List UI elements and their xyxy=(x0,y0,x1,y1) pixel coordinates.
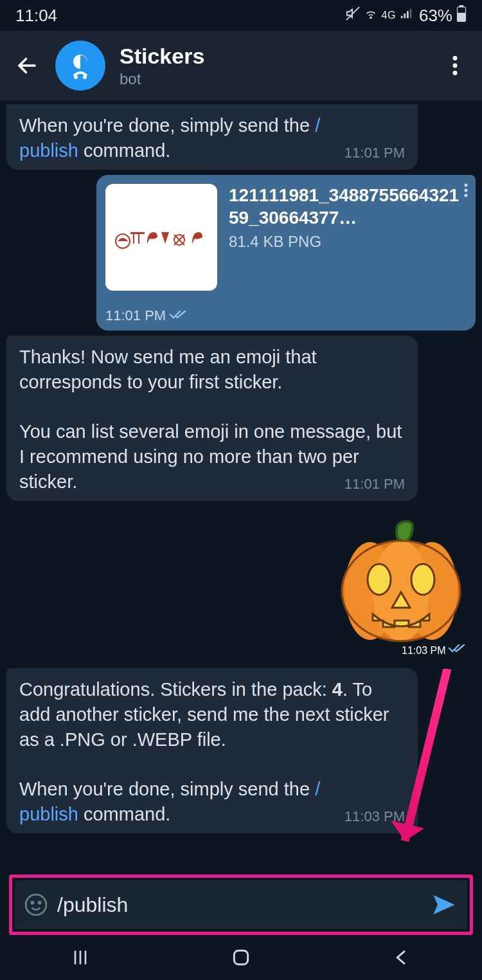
message-text: When you're done, simply send the /publi… xyxy=(19,779,320,824)
message-bot-1[interactable]: When you're done, simply send the /publi… xyxy=(6,104,418,170)
svg-rect-3 xyxy=(404,14,406,18)
back-button[interactable] xyxy=(13,51,41,80)
avatar[interactable] xyxy=(55,41,105,91)
mute-icon xyxy=(346,6,360,24)
svg-point-18 xyxy=(465,194,468,197)
chat-subtitle: bot xyxy=(120,70,427,88)
message-user-file[interactable]: 121111981_348875566432159_30664377… 81.4… xyxy=(96,175,476,331)
svg-point-32 xyxy=(368,564,391,595)
chat-title: Stickers xyxy=(120,44,427,69)
svg-rect-43 xyxy=(234,950,247,964)
file-thumbnail[interactable] xyxy=(105,184,217,291)
network-label: 4G xyxy=(382,10,396,21)
svg-rect-4 xyxy=(407,11,409,18)
chat-header: Stickers bot xyxy=(0,31,482,100)
message-input[interactable] xyxy=(57,893,421,917)
svg-rect-7 xyxy=(459,5,463,8)
svg-point-37 xyxy=(26,894,46,915)
home-button[interactable] xyxy=(231,947,251,970)
svg-rect-5 xyxy=(410,9,412,19)
svg-point-12 xyxy=(83,75,87,79)
more-button[interactable] xyxy=(441,51,469,80)
message-bot-2[interactable]: Thanks! Now send me an emoji that corres… xyxy=(6,336,418,501)
command-link[interactable]: publish xyxy=(19,804,78,824)
file-size: 81.4 KB PNG xyxy=(229,233,464,251)
file-meta: 121111981_348875566432159_30664377… 81.4… xyxy=(229,184,464,291)
svg-point-1 xyxy=(370,17,371,19)
command-link[interactable]: / xyxy=(315,779,320,799)
chat-titles[interactable]: Stickers bot xyxy=(120,44,427,88)
message-time: 11:03 PM xyxy=(402,645,445,656)
svg-point-13 xyxy=(453,56,458,60)
message-text: Thanks! Now send me an emoji that corres… xyxy=(19,347,317,392)
message-time: 11:03 PM xyxy=(344,807,405,826)
input-highlight xyxy=(9,875,473,935)
pumpkin-sticker xyxy=(337,520,465,642)
status-time: 11:04 xyxy=(15,6,57,26)
svg-point-17 xyxy=(465,188,468,192)
svg-point-11 xyxy=(74,75,78,79)
battery-percent: 63% xyxy=(419,6,452,26)
svg-point-39 xyxy=(39,902,40,903)
message-text: Congratulations. Stickers in the pack: 4… xyxy=(19,679,389,750)
command-link[interactable]: publish xyxy=(19,140,78,161)
message-time: 11:01 PM xyxy=(344,475,405,493)
svg-point-33 xyxy=(411,564,434,595)
messages[interactable]: When you're done, simply send the /publi… xyxy=(0,100,482,833)
message-input-bar xyxy=(15,880,467,929)
wifi-icon xyxy=(364,6,378,24)
svg-point-15 xyxy=(453,71,458,75)
android-nav-bar xyxy=(0,938,482,980)
message-time: 11:01 PM xyxy=(344,143,405,162)
svg-point-38 xyxy=(31,902,33,903)
status-right: 4G 63% xyxy=(346,5,467,26)
command-link[interactable]: / xyxy=(315,115,320,136)
recents-button[interactable] xyxy=(70,947,91,970)
svg-point-16 xyxy=(465,183,468,186)
status-bar: 11:04 4G 63% xyxy=(0,0,482,31)
battery-icon xyxy=(456,5,467,26)
message-bot-3[interactable]: Congratulations. Stickers in the pack: 4… xyxy=(6,668,418,833)
signal-icon xyxy=(400,6,414,24)
send-button[interactable] xyxy=(427,888,461,921)
svg-rect-23 xyxy=(136,232,145,234)
message-text: When you're done, simply send the /publi… xyxy=(19,115,320,161)
file-name: 121111981_348875566432159_30664377… xyxy=(229,184,464,229)
svg-rect-2 xyxy=(401,16,403,19)
read-receipt-icon xyxy=(170,307,186,324)
svg-rect-8 xyxy=(458,8,465,13)
android-back-button[interactable] xyxy=(391,947,412,970)
message-time: 11:01 PM xyxy=(105,307,166,324)
svg-point-14 xyxy=(453,64,458,68)
read-receipt-icon xyxy=(449,645,465,656)
message-user-sticker[interactable]: 11:03 PM xyxy=(6,520,465,657)
message-more-icon[interactable] xyxy=(464,181,468,202)
emoji-button[interactable] xyxy=(21,890,51,920)
